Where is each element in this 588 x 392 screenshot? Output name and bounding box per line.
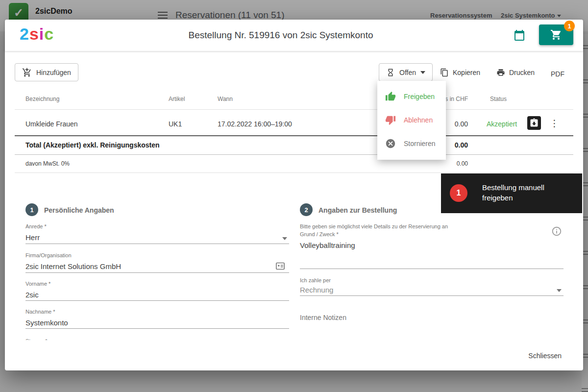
vorname-input[interactable]: 2sic bbox=[25, 291, 39, 299]
cart-badge: 1 bbox=[564, 21, 575, 31]
pdf-button[interactable]: PDF bbox=[551, 68, 564, 80]
order-dialog: 2sic Bestellung Nr. 519916 von 2sic Syst… bbox=[5, 20, 583, 370]
nachname-label: Nachname * bbox=[25, 309, 55, 315]
anrede-select[interactable]: Herr bbox=[25, 233, 40, 242]
hourglass-icon bbox=[386, 68, 395, 77]
divider bbox=[15, 109, 573, 110]
step-tooltip: 1 Bestellung manuell freigeben bbox=[441, 173, 582, 213]
clipboard-icon[interactable] bbox=[527, 116, 541, 130]
copy-icon bbox=[440, 68, 449, 77]
zahlung-label: Ich zahle per bbox=[300, 277, 331, 283]
row-artikel: UK1 bbox=[169, 120, 182, 128]
input-underline bbox=[300, 269, 564, 269]
mwst-value: 0.00 bbox=[392, 160, 468, 167]
grund-label: Grund / Zweck * bbox=[300, 231, 339, 237]
chevron-down-icon[interactable] bbox=[557, 289, 562, 292]
section2-title: Angaben zur Bestellung bbox=[318, 206, 397, 214]
firma-label: Firma/Organisation bbox=[25, 252, 72, 258]
chevron-down-icon bbox=[420, 71, 425, 74]
printer-icon bbox=[496, 68, 505, 77]
divider bbox=[15, 135, 573, 136]
print-button[interactable]: Drucken bbox=[496, 66, 535, 79]
grund-textarea[interactable]: Volleyballtraining bbox=[300, 241, 355, 249]
strasse-label: Strasse * bbox=[25, 338, 48, 340]
cancel-icon bbox=[385, 138, 396, 149]
divider bbox=[15, 154, 573, 155]
anrede-label: Anrede * bbox=[25, 223, 47, 229]
menu-item-ablehnen[interactable]: Ablehnen bbox=[377, 108, 446, 132]
notizen-label[interactable]: Interne Notizen bbox=[300, 314, 346, 321]
section1-title: Persönliche Angaben bbox=[44, 206, 114, 214]
firma-input[interactable]: 2sic Internet Solutions GmbH bbox=[25, 262, 121, 270]
details-hint: Bitte geben sie möglichst viele Details … bbox=[300, 223, 448, 229]
thumb-up-icon bbox=[385, 91, 396, 102]
step-number-badge: 1 bbox=[450, 184, 467, 202]
vorname-label: Vorname * bbox=[25, 281, 50, 287]
total-label: Total (Akzeptiert) exkl. Reinigungskoste… bbox=[25, 141, 160, 149]
input-underline bbox=[25, 272, 289, 273]
screen: ✓ 2sicDemo Reservationen (11 von 51) Res… bbox=[0, 0, 588, 392]
zahlung-select[interactable]: Rechnung bbox=[300, 286, 333, 294]
row-status-badge: Akzeptiert bbox=[487, 120, 517, 128]
close-button[interactable]: Schliessen bbox=[524, 349, 565, 363]
thumb-down-icon bbox=[385, 115, 396, 125]
calendar-icon[interactable] bbox=[514, 29, 526, 42]
row-bezeichnung: Umkleide Frauen bbox=[25, 120, 78, 128]
mwst-label: davon MwSt. 0% bbox=[25, 160, 70, 167]
clipped-field: Strasse * bbox=[25, 336, 123, 340]
status-dropdown-button[interactable]: Offen bbox=[379, 63, 433, 81]
dialog-title: Bestellung Nr. 519916 von 2sic Systemkon… bbox=[5, 30, 557, 41]
menu-item-stornieren[interactable]: Stornieren bbox=[377, 132, 446, 155]
row-wann: 17.02.2022 16:00–19:00 bbox=[218, 120, 292, 128]
info-icon[interactable] bbox=[551, 226, 562, 237]
input-underline bbox=[25, 328, 289, 329]
dialog-header: 2sic Bestellung Nr. 519916 von 2sic Syst… bbox=[5, 20, 583, 51]
copy-button[interactable]: Kopieren bbox=[440, 66, 480, 79]
chevron-down-icon[interactable] bbox=[282, 237, 287, 240]
row-more-icon[interactable]: ⋮ bbox=[550, 118, 559, 129]
cart-button[interactable]: 1 bbox=[539, 24, 573, 45]
col-header-bezeichnung: Bezeichnung bbox=[25, 96, 59, 102]
section1-number: 1 bbox=[25, 203, 38, 216]
section2-number: 2 bbox=[300, 203, 313, 216]
menu-item-freigeben[interactable]: Freigeben bbox=[377, 85, 446, 108]
input-underline bbox=[25, 244, 289, 244]
contact-card-icon[interactable] bbox=[275, 262, 285, 270]
status-menu: Freigeben Ablehnen Stornieren bbox=[377, 81, 446, 160]
col-header-wann: Wann bbox=[218, 96, 233, 102]
shopping-cart-icon bbox=[550, 29, 562, 41]
col-header-artikel: Artikel bbox=[169, 96, 185, 102]
input-underline bbox=[300, 295, 564, 296]
add-item-button[interactable]: Hinzufügen bbox=[15, 63, 78, 81]
nachname-input[interactable]: Systemkonto bbox=[25, 318, 68, 327]
step-tooltip-text: Bestellung manuell freigeben bbox=[482, 182, 570, 203]
col-header-status: Status bbox=[490, 96, 507, 102]
divider bbox=[15, 172, 573, 173]
input-underline bbox=[25, 300, 289, 301]
add-shopping-cart-icon bbox=[22, 68, 32, 77]
